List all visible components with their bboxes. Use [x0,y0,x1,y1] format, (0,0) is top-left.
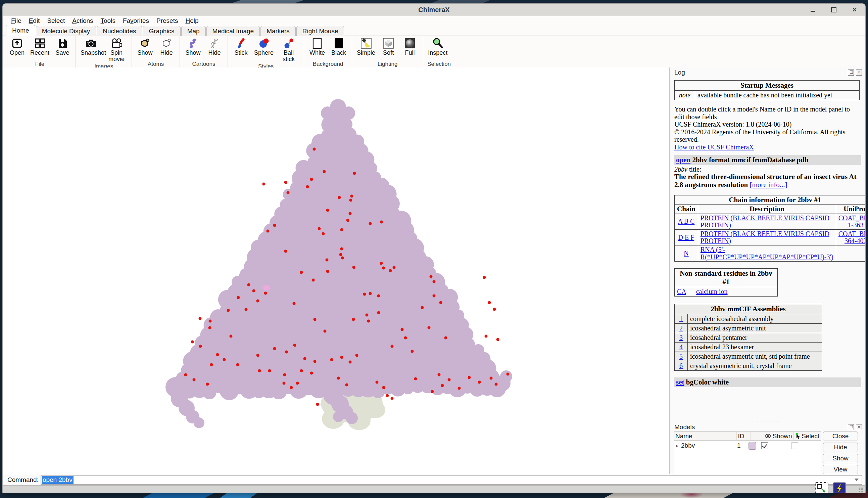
title-bar[interactable]: ChimeraX × [3,4,865,16]
cartoons-hide-button[interactable]: Hide [205,37,224,56]
shown-checkbox[interactable] [761,442,768,449]
menu-select[interactable]: Select [43,17,68,25]
inspect-button[interactable]: Inspect [427,37,448,56]
tab-markers[interactable]: Markers [261,26,296,36]
close-button[interactable]: × [852,7,857,12]
open-command-link[interactable]: open [676,156,691,164]
chain-links[interactable]: D E F [678,234,694,241]
cite-link[interactable]: How to cite UCSF ChimeraX [674,143,754,151]
resize-grip[interactable] [859,487,863,492]
close-panel-icon[interactable]: × [856,69,862,76]
chain-description-link[interactable]: PROTEIN (BLACK BEETLE VIRUS CAPSID PROTE… [700,214,829,229]
models-col-id[interactable]: ID [737,432,751,440]
spin-movie-button[interactable]: Spin movie [105,37,128,63]
models-col-name[interactable]: Name [674,432,737,440]
snapshot-button[interactable]: Snapshot [80,37,102,56]
assembly-link[interactable]: 6 [679,362,683,369]
menu-help[interactable]: Help [182,17,202,25]
menu-favorites[interactable]: Favorites [119,17,153,25]
chain-links[interactable]: A B C [678,218,694,225]
panel-splitter[interactable]: · · · · · · [670,419,865,423]
residue-ca-link[interactable]: CA [677,288,686,295]
log-content[interactable]: Startup Messages note available bundle c… [670,77,865,419]
assembly-link[interactable]: 3 [679,334,683,341]
maximize-button[interactable] [831,7,837,12]
calcium-ion-link[interactable]: calcium ion [696,288,728,295]
ball-stick-icon [282,37,295,50]
menu-file[interactable]: File [8,17,25,25]
white-bg-button[interactable]: White [308,37,326,56]
tab-nucleotides[interactable]: Nucleotides [97,26,142,36]
soft-lighting-icon [382,37,395,50]
more-info-link[interactable]: [more info...] [749,181,787,189]
open-button[interactable]: Open [8,37,26,56]
soft-lighting-button[interactable]: Soft [379,37,397,56]
black-bg-button[interactable]: Black [330,37,348,56]
save-button[interactable]: Save [53,37,71,56]
model-name[interactable]: 2bbv [681,442,695,449]
command-input[interactable]: open 2bbv [41,475,862,485]
atoms-hide-button[interactable]: Hide [157,37,175,56]
spin-movie-icon [110,37,123,50]
sphere-icon [257,37,270,50]
tab-home[interactable]: Home [6,25,35,36]
models-col-shown[interactable]: Shown [763,432,794,440]
log-panel: Log × Startup Messages note available bu… [670,67,865,419]
assembly-link[interactable]: 2 [679,324,683,332]
resize-graphics-icon[interactable] [815,482,828,493]
menu-tools[interactable]: Tools [97,17,119,25]
models-panel: Models × Name ID Sho [670,423,865,474]
model-color-swatch[interactable] [748,442,756,450]
tab-right-mouse[interactable]: Right Mouse [296,26,344,36]
uniprot-link[interactable]: COAT_BBV 364-407 [839,230,865,245]
minimize-button[interactable] [810,7,816,12]
select-checkbox[interactable] [791,442,798,449]
recent-button[interactable]: Recent [29,37,50,56]
assembly-link[interactable]: 1 [679,315,683,323]
stick-button[interactable]: Stick [232,37,250,56]
expand-arrow-icon[interactable]: ▸ [676,443,678,448]
atoms-show-button[interactable]: Show [136,37,154,56]
assembly-link[interactable]: 4 [679,343,683,351]
tab-map[interactable]: Map [181,26,206,36]
tab-molecule-display[interactable]: Molecule Display [36,26,96,36]
molecule-2bbv [3,67,669,474]
assembly-link[interactable]: 5 [679,353,683,360]
chain-description-link[interactable]: PROTEIN (BLACK BEETLE VIRUS CAPSID PROTE… [700,230,829,245]
models-show-button[interactable]: Show [823,454,858,463]
stick-icon [235,37,248,50]
chain-description-link[interactable]: RNA (5'-R(*UP*CP*UP*UP*AP*UP*AP*UP*CP*U)… [700,246,833,260]
sphere-button[interactable]: Sphere [253,37,274,56]
tab-medical-image[interactable]: Medical Image [206,26,260,36]
cartoons-show-button[interactable]: Show [184,37,202,56]
command-label: Command: [8,476,39,484]
full-lighting-button[interactable]: Full [401,37,419,56]
set-command-link[interactable]: set [676,378,684,386]
ball-stick-button[interactable]: Ball stick [278,37,300,63]
chain-links[interactable]: N [684,249,689,257]
models-col-select[interactable]: Select [794,432,821,440]
models-col-color [751,432,763,440]
command-history-dropdown[interactable] [852,475,862,484]
uniprot-link[interactable]: COAT_BBV 1-363 [839,214,865,229]
undock-icon[interactable] [848,69,854,76]
toolbar-group-lighting: Simple Soft Full Lighting [352,36,423,68]
simple-lighting-icon [360,37,373,50]
simple-lighting-button[interactable]: Simple [356,37,376,56]
menu-actions[interactable]: Actions [68,17,97,25]
undock-icon[interactable] [848,424,854,430]
tab-graphics[interactable]: Graphics [143,26,181,36]
model-row-2bbv[interactable]: ▸ 2bbv 1 [674,441,821,451]
nonstandard-residues-table: Non-standard residues in 2bbv #1 CA — ca… [674,268,778,297]
menu-edit[interactable]: Edit [25,17,44,25]
models-close-button[interactable]: Close [823,432,858,441]
menu-presets[interactable]: Presets [153,17,182,25]
model-id[interactable]: 1 [737,442,748,449]
models-view-button[interactable]: View [823,465,858,474]
toolbar-group-file: Open Recent Save File [4,36,76,68]
graphics-viewport[interactable] [3,67,670,474]
close-panel-icon[interactable]: × [856,424,862,430]
rapid-access-icon[interactable] [833,482,846,493]
log-set-command: set bgColor white [674,378,861,387]
models-hide-button[interactable]: Hide [823,443,858,452]
